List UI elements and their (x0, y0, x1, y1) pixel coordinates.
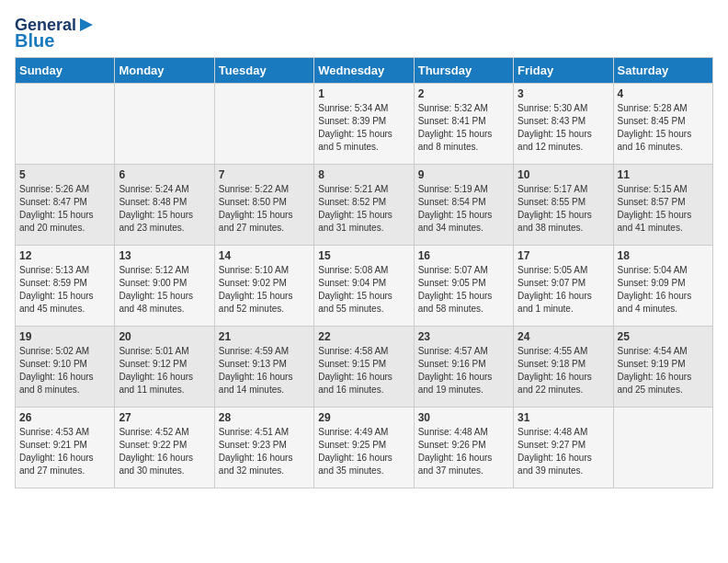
day-info: Sunrise: 4:55 AM Sunset: 9:18 PM Dayligh… (518, 345, 609, 396)
day-info: Sunrise: 5:08 AM Sunset: 9:04 PM Dayligh… (318, 264, 409, 316)
day-number: 17 (518, 249, 609, 262)
calendar-cell: 23Sunrise: 4:57 AM Sunset: 9:16 PM Dayli… (414, 327, 513, 408)
calendar-header-row: SundayMondayTuesdayWednesdayThursdayFrid… (16, 58, 713, 84)
calendar-cell: 27Sunrise: 4:52 AM Sunset: 9:22 PM Dayli… (115, 408, 214, 488)
calendar-table: SundayMondayTuesdayWednesdayThursdayFrid… (15, 57, 713, 488)
page-header: General Blue (15, 15, 713, 50)
calendar-cell: 26Sunrise: 4:53 AM Sunset: 9:21 PM Dayli… (16, 408, 115, 488)
day-info: Sunrise: 4:54 AM Sunset: 9:19 PM Dayligh… (618, 345, 709, 396)
day-number: 14 (219, 249, 310, 262)
day-number: 18 (618, 249, 709, 262)
logo: General Blue (15, 15, 97, 50)
calendar-cell: 2Sunrise: 5:32 AM Sunset: 8:41 PM Daylig… (414, 84, 513, 165)
day-number: 9 (418, 168, 509, 181)
calendar-cell: 12Sunrise: 5:13 AM Sunset: 8:59 PM Dayli… (16, 246, 115, 327)
day-info: Sunrise: 5:30 AM Sunset: 8:43 PM Dayligh… (518, 102, 609, 154)
day-info: Sunrise: 5:12 AM Sunset: 9:00 PM Dayligh… (119, 264, 210, 316)
day-number: 19 (19, 330, 110, 343)
calendar-cell (16, 84, 115, 165)
day-number: 7 (219, 168, 310, 181)
weekday-header-saturday: Saturday (613, 58, 712, 84)
logo-arrow-icon (76, 15, 97, 35)
day-info: Sunrise: 4:53 AM Sunset: 9:21 PM Dayligh… (19, 426, 110, 477)
calendar-week-row: 26Sunrise: 4:53 AM Sunset: 9:21 PM Dayli… (16, 408, 713, 488)
day-info: Sunrise: 5:07 AM Sunset: 9:05 PM Dayligh… (418, 264, 509, 316)
day-number: 31 (518, 411, 609, 424)
day-info: Sunrise: 5:15 AM Sunset: 8:57 PM Dayligh… (618, 183, 709, 235)
day-number: 20 (119, 330, 210, 343)
calendar-cell (214, 84, 313, 165)
calendar-cell: 11Sunrise: 5:15 AM Sunset: 8:57 PM Dayli… (613, 165, 712, 246)
day-info: Sunrise: 5:13 AM Sunset: 8:59 PM Dayligh… (19, 264, 110, 316)
day-info: Sunrise: 5:26 AM Sunset: 8:47 PM Dayligh… (19, 183, 110, 235)
day-info: Sunrise: 5:21 AM Sunset: 8:52 PM Dayligh… (318, 183, 409, 235)
day-number: 4 (618, 87, 709, 100)
day-info: Sunrise: 5:22 AM Sunset: 8:50 PM Dayligh… (219, 183, 310, 235)
calendar-cell: 19Sunrise: 5:02 AM Sunset: 9:10 PM Dayli… (16, 327, 115, 408)
day-number: 16 (418, 249, 509, 262)
calendar-cell: 5Sunrise: 5:26 AM Sunset: 8:47 PM Daylig… (16, 165, 115, 246)
weekday-header-sunday: Sunday (16, 58, 115, 84)
calendar-cell: 30Sunrise: 4:48 AM Sunset: 9:26 PM Dayli… (414, 408, 513, 488)
calendar-cell: 24Sunrise: 4:55 AM Sunset: 9:18 PM Dayli… (514, 327, 613, 408)
day-number: 15 (318, 249, 409, 262)
calendar-cell: 16Sunrise: 5:07 AM Sunset: 9:05 PM Dayli… (414, 246, 513, 327)
day-number: 22 (318, 330, 409, 343)
day-info: Sunrise: 5:19 AM Sunset: 8:54 PM Dayligh… (418, 183, 509, 235)
calendar-cell: 20Sunrise: 5:01 AM Sunset: 9:12 PM Dayli… (115, 327, 214, 408)
day-number: 8 (318, 168, 409, 181)
day-number: 30 (418, 411, 509, 424)
calendar-week-row: 19Sunrise: 5:02 AM Sunset: 9:10 PM Dayli… (16, 327, 713, 408)
day-info: Sunrise: 5:02 AM Sunset: 9:10 PM Dayligh… (19, 345, 110, 396)
day-info: Sunrise: 4:48 AM Sunset: 9:27 PM Dayligh… (518, 426, 609, 477)
weekday-header-wednesday: Wednesday (314, 58, 414, 84)
day-number: 12 (19, 249, 110, 262)
day-info: Sunrise: 5:01 AM Sunset: 9:12 PM Dayligh… (119, 345, 210, 396)
day-info: Sunrise: 4:51 AM Sunset: 9:23 PM Dayligh… (219, 426, 310, 477)
day-number: 2 (418, 87, 509, 100)
calendar-cell: 4Sunrise: 5:28 AM Sunset: 8:45 PM Daylig… (613, 84, 712, 165)
calendar-cell: 8Sunrise: 5:21 AM Sunset: 8:52 PM Daylig… (314, 165, 414, 246)
day-number: 21 (219, 330, 310, 343)
day-number: 28 (219, 411, 310, 424)
weekday-header-thursday: Thursday (414, 58, 513, 84)
day-number: 6 (119, 168, 210, 181)
svg-marker-0 (80, 18, 93, 31)
day-number: 1 (318, 87, 409, 100)
weekday-header-tuesday: Tuesday (214, 58, 313, 84)
calendar-week-row: 5Sunrise: 5:26 AM Sunset: 8:47 PM Daylig… (16, 165, 713, 246)
calendar-cell: 17Sunrise: 5:05 AM Sunset: 9:07 PM Dayli… (514, 246, 613, 327)
day-number: 13 (119, 249, 210, 262)
day-number: 3 (518, 87, 609, 100)
day-info: Sunrise: 4:57 AM Sunset: 9:16 PM Dayligh… (418, 345, 509, 396)
calendar-cell: 18Sunrise: 5:04 AM Sunset: 9:09 PM Dayli… (613, 246, 712, 327)
calendar-cell: 10Sunrise: 5:17 AM Sunset: 8:55 PM Dayli… (514, 165, 613, 246)
day-info: Sunrise: 5:05 AM Sunset: 9:07 PM Dayligh… (518, 264, 609, 316)
calendar-cell: 7Sunrise: 5:22 AM Sunset: 8:50 PM Daylig… (214, 165, 313, 246)
calendar-cell: 28Sunrise: 4:51 AM Sunset: 9:23 PM Dayli… (214, 408, 313, 488)
calendar-cell: 13Sunrise: 5:12 AM Sunset: 9:00 PM Dayli… (115, 246, 214, 327)
day-info: Sunrise: 4:48 AM Sunset: 9:26 PM Dayligh… (418, 426, 509, 477)
calendar-cell: 6Sunrise: 5:24 AM Sunset: 8:48 PM Daylig… (115, 165, 214, 246)
calendar-week-row: 1Sunrise: 5:34 AM Sunset: 8:39 PM Daylig… (16, 84, 713, 165)
calendar-cell (115, 84, 214, 165)
day-number: 10 (518, 168, 609, 181)
logo-text-blue: Blue (15, 31, 54, 50)
calendar-cell: 21Sunrise: 4:59 AM Sunset: 9:13 PM Dayli… (214, 327, 313, 408)
calendar-cell: 14Sunrise: 5:10 AM Sunset: 9:02 PM Dayli… (214, 246, 313, 327)
day-number: 23 (418, 330, 509, 343)
day-number: 11 (618, 168, 709, 181)
calendar-cell: 25Sunrise: 4:54 AM Sunset: 9:19 PM Dayli… (613, 327, 712, 408)
day-info: Sunrise: 4:59 AM Sunset: 9:13 PM Dayligh… (219, 345, 310, 396)
calendar-cell: 29Sunrise: 4:49 AM Sunset: 9:25 PM Dayli… (314, 408, 414, 488)
day-number: 24 (518, 330, 609, 343)
day-info: Sunrise: 5:17 AM Sunset: 8:55 PM Dayligh… (518, 183, 609, 235)
calendar-week-row: 12Sunrise: 5:13 AM Sunset: 8:59 PM Dayli… (16, 246, 713, 327)
calendar-cell: 1Sunrise: 5:34 AM Sunset: 8:39 PM Daylig… (314, 84, 414, 165)
day-info: Sunrise: 5:32 AM Sunset: 8:41 PM Dayligh… (418, 102, 509, 154)
calendar-cell: 9Sunrise: 5:19 AM Sunset: 8:54 PM Daylig… (414, 165, 513, 246)
calendar-cell: 31Sunrise: 4:48 AM Sunset: 9:27 PM Dayli… (514, 408, 613, 488)
day-info: Sunrise: 5:24 AM Sunset: 8:48 PM Dayligh… (119, 183, 210, 235)
day-info: Sunrise: 4:49 AM Sunset: 9:25 PM Dayligh… (318, 426, 409, 477)
weekday-header-monday: Monday (115, 58, 214, 84)
